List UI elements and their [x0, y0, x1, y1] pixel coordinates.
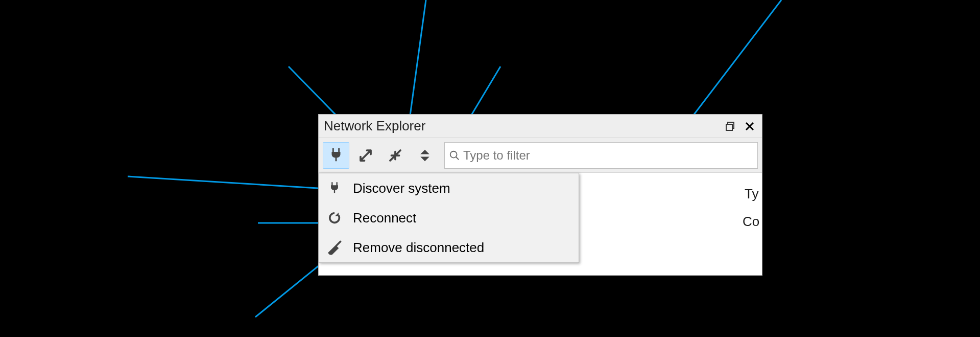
restore-window-button[interactable] [723, 119, 737, 133]
collapse-all-button[interactable] [382, 142, 409, 169]
discover-dropdown-menu: Discover system Reconnect Remove disc [319, 173, 579, 263]
restore-icon [725, 121, 735, 131]
plug-icon [326, 181, 343, 195]
content-area: Ty Co Discover system Reconnect [319, 173, 762, 275]
network-explorer-panel: Network Explorer [318, 114, 762, 276]
panel-title: Network Explorer [324, 118, 723, 134]
filter-input[interactable] [463, 148, 753, 163]
close-icon [745, 121, 755, 131]
plug-icon [327, 147, 345, 164]
search-icon [449, 150, 460, 161]
expand-all-button[interactable] [352, 142, 379, 169]
panel-title-bar: Network Explorer [319, 115, 762, 138]
expand-icon [358, 148, 373, 163]
svg-rect-15 [726, 124, 732, 130]
sort-button[interactable] [412, 142, 438, 169]
column-header-type[interactable]: Ty [745, 186, 762, 202]
svg-line-8 [128, 176, 334, 189]
close-window-button[interactable] [743, 119, 757, 133]
sort-icon [417, 148, 433, 163]
collapse-icon [388, 148, 403, 163]
refresh-icon [326, 211, 343, 225]
menu-item-label: Reconnect [353, 210, 571, 226]
menu-item-discover-system[interactable]: Discover system [319, 173, 579, 203]
broom-icon [326, 240, 343, 255]
menu-item-label: Discover system [353, 181, 571, 196]
menu-item-label: Remove disconnected [353, 240, 571, 256]
svg-point-18 [450, 151, 457, 158]
menu-item-reconnect[interactable]: Reconnect [319, 203, 579, 233]
discover-dropdown-button[interactable] [323, 142, 349, 169]
filter-search-box[interactable] [444, 142, 758, 169]
column-cell: Co [743, 214, 762, 230]
menu-item-remove-disconnected[interactable]: Remove disconnected [319, 233, 579, 262]
toolbar [319, 138, 762, 173]
svg-line-19 [456, 156, 459, 160]
